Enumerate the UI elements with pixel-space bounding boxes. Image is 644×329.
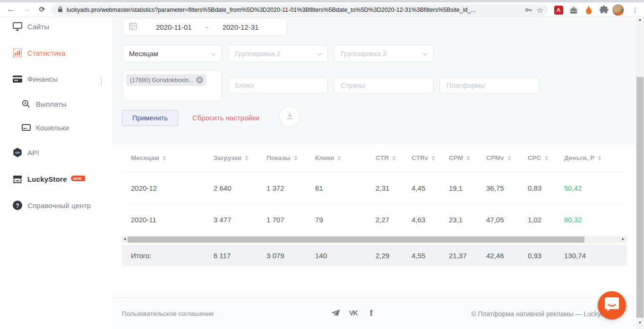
vertical-scroll-thumb[interactable] bbox=[636, 77, 644, 318]
forward-button[interactable]: → bbox=[20, 3, 33, 16]
table-horizontal-scrollbar[interactable]: ◄ ► bbox=[121, 236, 627, 243]
total-cpm: 21,37 bbox=[449, 252, 486, 260]
sidebar-item-sites[interactable]: Сайты bbox=[0, 18, 112, 34]
extensions-puzzle-icon[interactable] bbox=[598, 4, 610, 16]
total-impressions: 3 079 bbox=[266, 252, 315, 260]
grouping-1-select[interactable]: Месяцам bbox=[122, 45, 222, 62]
date-range-picker[interactable]: 2020-11-01 - 2020-12-31 bbox=[122, 18, 287, 36]
page-vertical-scrollbar[interactable]: ▲ ▼ bbox=[636, 17, 644, 329]
pdf-extension-icon[interactable]: ꓥ bbox=[553, 4, 564, 16]
cell-cpm: 23,1 bbox=[449, 204, 486, 236]
column-header-money[interactable]: Деньги, Р bbox=[564, 154, 601, 161]
sort-icon bbox=[466, 156, 470, 160]
sidebar-item-api[interactable]: </> API bbox=[0, 144, 112, 160]
svg-text:?: ? bbox=[16, 202, 19, 209]
support-chat-button[interactable] bbox=[598, 291, 626, 320]
cell-money: 80,32 bbox=[564, 204, 627, 236]
blocks-filter-input[interactable]: Блоки bbox=[228, 77, 328, 94]
countries-filter-input[interactable]: Страны bbox=[334, 77, 434, 94]
browser-toolbar: ← → ⟳ luckyads.pro/webmaster/statistics?… bbox=[0, 2, 644, 17]
sort-icon bbox=[337, 156, 341, 160]
platforms-filter-input[interactable]: Платформы bbox=[439, 77, 540, 94]
password-key-icon[interactable] bbox=[525, 6, 532, 14]
cell-downloads: 3 477 bbox=[214, 204, 266, 236]
sidebar-item-payouts[interactable]: $ Выплаты bbox=[0, 96, 112, 112]
download-icon bbox=[286, 112, 294, 122]
cell-cpc: 0,83 bbox=[528, 172, 564, 204]
total-ctr: 2,29 bbox=[376, 252, 412, 260]
table-row: 2020-11 3 477 1 707 79 2,27 4,63 23,1 47… bbox=[121, 204, 627, 236]
column-header-cpc[interactable]: CPC bbox=[528, 154, 549, 161]
sidebar-item-wallets[interactable]: Кошельки bbox=[0, 119, 112, 135]
column-header-months[interactable]: Месяцам bbox=[131, 154, 166, 161]
sites-filter-input[interactable]: (17880) Gorodokboxin... ✕ bbox=[122, 70, 222, 101]
scroll-left-arrow[interactable]: ◄ bbox=[123, 237, 127, 241]
page-footer: Пользовательское соглашение VK f © Платф… bbox=[112, 297, 636, 329]
sidebar-item-label: Справочный центр bbox=[27, 202, 91, 210]
column-header-clicks[interactable]: Клики bbox=[315, 154, 341, 161]
calendar-icon bbox=[129, 22, 137, 32]
sidebar-item-statistics[interactable]: Статистика bbox=[0, 45, 112, 61]
total-clicks: 140 bbox=[315, 252, 376, 260]
scroll-up-arrow[interactable]: ▲ bbox=[636, 17, 644, 25]
scroll-down-arrow[interactable]: ▼ bbox=[636, 321, 644, 328]
column-header-ctrv[interactable]: CTRv bbox=[412, 154, 435, 161]
total-downloads: 6 117 bbox=[214, 252, 266, 260]
sidebar-item-luckystore[interactable]: LuckyStore NEW bbox=[0, 171, 112, 187]
date-to-value[interactable]: 2020-12-31 bbox=[223, 23, 259, 31]
telegram-icon[interactable] bbox=[330, 306, 341, 320]
column-header-ctr[interactable]: CTR bbox=[376, 154, 396, 161]
bookmark-star-icon[interactable]: ☆ bbox=[537, 6, 543, 15]
address-bar[interactable]: luckyads.pro/webmaster/statistics?parame… bbox=[51, 4, 548, 16]
grouping-3-select[interactable]: Группировка 3 bbox=[334, 45, 434, 62]
flame-extension-icon[interactable] bbox=[583, 4, 594, 16]
sort-icon bbox=[431, 156, 435, 160]
user-agreement-link[interactable]: Пользовательское соглашение bbox=[122, 310, 214, 317]
app-window: Сайты Статистика Финансы $ Выплаты Кош bbox=[0, 17, 644, 329]
grouping-2-select[interactable]: Группировка 2 bbox=[228, 45, 328, 62]
home-new-extension-icon[interactable]: NEW bbox=[568, 4, 579, 16]
social-links: VK f bbox=[330, 306, 377, 320]
chevron-up-icon bbox=[101, 77, 102, 85]
main-content: 2020-11-01 - 2020-12-31 Месяцам Группиро… bbox=[112, 17, 636, 329]
sort-icon bbox=[294, 156, 298, 160]
facebook-icon[interactable]: f bbox=[366, 306, 377, 320]
cell-clicks: 61 bbox=[315, 172, 376, 204]
monitor-icon bbox=[13, 22, 22, 31]
url-text[interactable]: luckyads.pro/webmaster/statistics?parame… bbox=[67, 7, 520, 13]
back-button[interactable]: ← bbox=[5, 3, 17, 16]
sidebar-item-label: Статистика bbox=[27, 49, 66, 57]
sidebar-item-finances[interactable]: Финансы bbox=[0, 71, 112, 87]
cell-ctr: 2,31 bbox=[376, 172, 412, 204]
sidebar-item-label: Финансы bbox=[27, 75, 58, 83]
profile-avatar[interactable] bbox=[612, 4, 624, 16]
column-header-downloads[interactable]: Загрузки bbox=[214, 154, 249, 161]
bar-chart-icon bbox=[13, 48, 22, 58]
cell-downloads: 2 640 bbox=[214, 172, 266, 204]
svg-text:</>: </> bbox=[15, 151, 20, 154]
refresh-button[interactable]: ⟳ bbox=[36, 3, 48, 16]
cell-month: 2020-12 bbox=[121, 172, 214, 204]
scroll-right-arrow[interactable]: ► bbox=[621, 237, 625, 241]
grouping-3-placeholder: Группировка 3 bbox=[341, 50, 386, 58]
vk-icon[interactable]: VK bbox=[348, 306, 359, 320]
column-header-impressions[interactable]: Показы bbox=[266, 154, 298, 161]
sidebar-item-help-center[interactable]: ? Справочный центр bbox=[0, 197, 112, 213]
download-report-button[interactable] bbox=[279, 106, 300, 127]
date-from-value[interactable]: 2020-11-01 bbox=[156, 23, 192, 31]
total-cpmv: 42,46 bbox=[486, 252, 528, 260]
sidebar-item-label: API bbox=[27, 149, 39, 157]
horizontal-scroll-thumb[interactable] bbox=[128, 236, 584, 243]
browser-menu-icon[interactable]: ⋮ bbox=[629, 4, 641, 16]
new-badge: NEW bbox=[71, 176, 85, 181]
sort-icon bbox=[163, 156, 166, 160]
column-header-cpmv[interactable]: CPMv bbox=[486, 154, 511, 161]
site-tag-chip: (17880) Gorodokboxin... ✕ bbox=[126, 74, 206, 86]
remove-tag-icon[interactable]: ✕ bbox=[196, 76, 203, 84]
column-header-cpm[interactable]: CPM bbox=[449, 154, 470, 161]
apply-button[interactable]: Применить bbox=[122, 110, 178, 126]
question-circle-icon: ? bbox=[13, 201, 22, 210]
cell-month: 2020-11 bbox=[121, 204, 214, 236]
api-hexagon-icon: </> bbox=[13, 148, 22, 157]
reset-settings-link[interactable]: Сбросить настройки bbox=[192, 114, 259, 122]
